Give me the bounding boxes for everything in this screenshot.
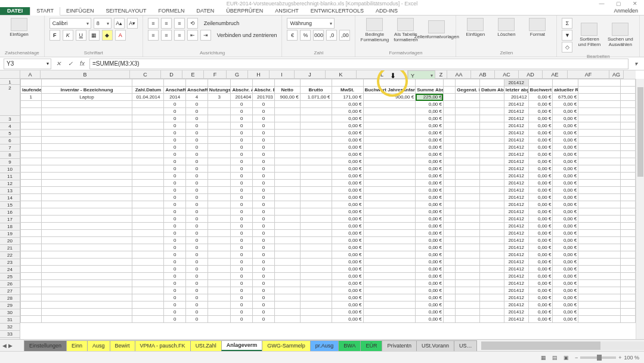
cell[interactable] bbox=[300, 280, 332, 287]
cell[interactable]: 201412 bbox=[504, 230, 528, 237]
cell[interactable] bbox=[21, 259, 42, 266]
row-header-2[interactable]: 2 bbox=[0, 85, 20, 116]
cell[interactable]: 0 bbox=[231, 101, 253, 108]
view-break-icon[interactable]: ▣ bbox=[564, 355, 569, 361]
cell[interactable]: 201412 bbox=[504, 266, 528, 273]
cell[interactable]: 0 bbox=[164, 244, 186, 251]
wrap-text-button[interactable]: Zeilenumbruch bbox=[204, 20, 240, 26]
cell[interactable]: 201412 bbox=[504, 223, 528, 230]
cell[interactable] bbox=[480, 165, 504, 173]
horizontal-scrollbar[interactable] bbox=[481, 342, 644, 350]
cell[interactable] bbox=[41, 194, 132, 201]
cell[interactable] bbox=[443, 273, 455, 280]
cell[interactable]: 0 bbox=[186, 287, 208, 294]
cell[interactable]: 0 bbox=[186, 158, 208, 165]
row-header-11[interactable]: 11 bbox=[0, 173, 20, 180]
cell[interactable] bbox=[443, 316, 455, 323]
cell[interactable] bbox=[578, 94, 621, 101]
cell[interactable] bbox=[456, 216, 480, 223]
cell[interactable]: 0 bbox=[186, 180, 208, 187]
cell[interactable] bbox=[621, 108, 636, 115]
col-header-AB[interactable]: AB bbox=[471, 70, 495, 79]
cell[interactable] bbox=[274, 273, 300, 280]
cell[interactable] bbox=[363, 115, 416, 122]
cell[interactable] bbox=[21, 216, 42, 223]
italic-button[interactable]: K bbox=[63, 30, 73, 41]
cell[interactable] bbox=[363, 122, 416, 130]
cell[interactable] bbox=[443, 173, 455, 180]
cell[interactable] bbox=[480, 294, 504, 302]
cell[interactable]: 0 bbox=[253, 158, 275, 165]
cell[interactable]: 0,00 € bbox=[416, 302, 444, 309]
cell[interactable] bbox=[456, 180, 480, 187]
cell[interactable]: 0 bbox=[231, 173, 253, 180]
cell[interactable]: 0 bbox=[164, 130, 186, 137]
sort-filter-icon[interactable] bbox=[581, 23, 597, 36]
cell[interactable]: 0,00 € bbox=[332, 223, 363, 230]
cell[interactable]: 201412 bbox=[504, 108, 528, 115]
cell[interactable] bbox=[41, 230, 132, 237]
cell[interactable] bbox=[41, 309, 132, 316]
cell[interactable] bbox=[274, 137, 300, 144]
cell[interactable] bbox=[21, 130, 42, 137]
row-header-26[interactable]: 26 bbox=[0, 281, 20, 288]
view-layout-icon[interactable]: ▤ bbox=[552, 355, 558, 361]
cell[interactable] bbox=[21, 201, 42, 208]
grid[interactable]: 201412laufende NummerInventar - Bezeichn… bbox=[20, 79, 636, 342]
cell[interactable] bbox=[528, 79, 553, 87]
cell[interactable] bbox=[621, 173, 636, 180]
select-all-corner[interactable] bbox=[0, 70, 20, 79]
cell[interactable] bbox=[300, 287, 332, 294]
cell[interactable] bbox=[456, 101, 480, 108]
cell[interactable]: 0,00 € bbox=[332, 259, 363, 266]
font-size-select[interactable]: 8 bbox=[94, 18, 112, 29]
cell[interactable] bbox=[443, 151, 455, 158]
cell[interactable]: 0 bbox=[186, 280, 208, 287]
cell[interactable] bbox=[456, 115, 480, 122]
cell[interactable]: 0 bbox=[231, 216, 253, 223]
cell[interactable]: 0 bbox=[231, 237, 253, 244]
cell[interactable]: 201412 bbox=[504, 309, 528, 316]
cell[interactable] bbox=[443, 201, 455, 208]
cell[interactable] bbox=[443, 244, 455, 251]
cell[interactable] bbox=[578, 144, 621, 151]
cell[interactable] bbox=[443, 79, 455, 87]
cell[interactable]: 0,00 € bbox=[528, 237, 553, 244]
cell[interactable]: 0,00 € bbox=[416, 130, 444, 137]
cell[interactable]: 0 bbox=[253, 294, 275, 302]
cell[interactable]: 0 bbox=[253, 230, 275, 237]
cell[interactable]: 0,00 € bbox=[553, 244, 578, 251]
cell[interactable] bbox=[443, 208, 455, 216]
cell[interactable]: 0 bbox=[186, 144, 208, 151]
cell[interactable]: 0,00 € bbox=[553, 208, 578, 216]
cell[interactable] bbox=[480, 79, 504, 87]
cell[interactable]: 0,00 € bbox=[416, 151, 444, 158]
col-header-AC[interactable]: AC bbox=[495, 70, 519, 79]
cell[interactable]: 201412 bbox=[504, 158, 528, 165]
cell[interactable] bbox=[274, 259, 300, 266]
cell[interactable] bbox=[21, 194, 42, 201]
cell[interactable]: 0 bbox=[231, 137, 253, 144]
cell[interactable]: 4 bbox=[186, 94, 208, 101]
paste-icon[interactable] bbox=[11, 18, 27, 31]
col-header-AG[interactable]: AG bbox=[609, 70, 624, 79]
row-header-9[interactable]: 9 bbox=[0, 159, 20, 166]
cell[interactable]: 201412 bbox=[504, 137, 528, 144]
cell[interactable] bbox=[443, 165, 455, 173]
cell[interactable] bbox=[456, 173, 480, 180]
cell[interactable] bbox=[621, 244, 636, 251]
cell[interactable] bbox=[363, 251, 416, 259]
row-header-13[interactable]: 13 bbox=[0, 187, 20, 195]
cell[interactable]: 201412 bbox=[504, 273, 528, 280]
col-header-I[interactable]: I bbox=[270, 70, 295, 79]
col-header-E[interactable]: E bbox=[182, 70, 204, 79]
cell[interactable] bbox=[300, 259, 332, 266]
cell[interactable]: 0 bbox=[164, 316, 186, 323]
cell[interactable] bbox=[578, 108, 621, 115]
cell[interactable] bbox=[456, 316, 480, 323]
cell[interactable]: 0,00 € bbox=[553, 101, 578, 108]
cell[interactable]: 201404 bbox=[231, 94, 253, 101]
cell[interactable] bbox=[443, 108, 455, 115]
row-header-12[interactable]: 12 bbox=[0, 180, 20, 187]
format-table-icon[interactable] bbox=[397, 18, 414, 31]
